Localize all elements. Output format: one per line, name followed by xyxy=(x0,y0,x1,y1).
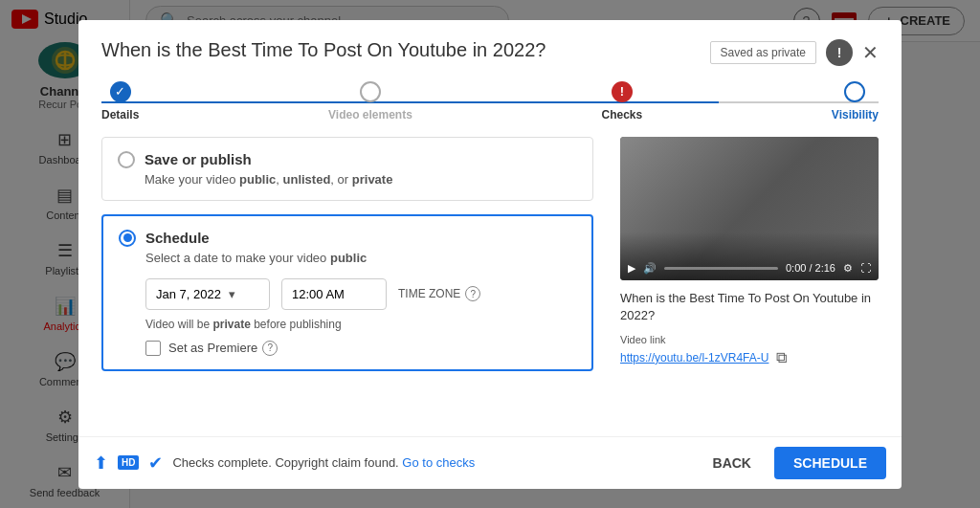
settings-icon[interactable]: ⚙ xyxy=(843,262,853,275)
date-select[interactable]: Jan 7, 2022 ▾ xyxy=(145,278,270,310)
modal-header-right: Saved as private ! ✕ xyxy=(710,39,879,66)
modal-overlay: When is the Best Time To Post On Youtube… xyxy=(0,0,980,508)
video-link-label: Video link xyxy=(620,334,879,345)
premiere-checkbox-row: Set as Premiere ? xyxy=(145,341,576,356)
video-link-row: https://youtu.be/l-1zVR4FA-U ⧉ xyxy=(620,349,879,366)
save-publish-card[interactable]: Save or publish Make your video public, … xyxy=(101,137,593,201)
stepper-step-checks[interactable]: ! Checks xyxy=(602,81,643,121)
footer-status: Checks complete. Copyright claim found. … xyxy=(172,455,475,470)
date-value: Jan 7, 2022 xyxy=(156,287,221,301)
timezone-text: TIME ZONE xyxy=(398,287,460,300)
modal: When is the Best Time To Post On Youtube… xyxy=(78,20,902,489)
premiere-label: Set as Premiere ? xyxy=(168,341,278,356)
timezone-help-icon[interactable]: ? xyxy=(465,286,480,301)
stepper-step-video-elements[interactable]: Video elements xyxy=(328,81,412,121)
stepper-step-details[interactable]: ✓ Details xyxy=(101,81,139,121)
schedule-header: Schedule xyxy=(119,230,576,247)
video-link-url[interactable]: https://youtu.be/l-1zVR4FA-U xyxy=(620,351,768,364)
stepper: ✓ Details Video elements ! Checks Visibi… xyxy=(78,66,902,137)
hd-badge: HD xyxy=(118,455,139,470)
stepper-dot-details: ✓ xyxy=(110,81,131,102)
saved-badge: Saved as private xyxy=(710,41,816,64)
schedule-row: Jan 7, 2022 ▾ 12:00 AM TIME ZONE ? xyxy=(145,278,576,310)
date-chevron-icon: ▾ xyxy=(229,287,235,301)
stepper-dot-visibility xyxy=(844,81,865,102)
modal-body: Save or publish Make your video public, … xyxy=(78,137,902,436)
modal-left-panel: Save or publish Make your video public, … xyxy=(101,137,601,436)
time-select[interactable]: 12:00 AM xyxy=(281,278,387,310)
video-controls: ▶ 🔊 0:00 / 2:16 ⚙ ⛶ xyxy=(620,256,879,280)
copy-link-button[interactable]: ⧉ xyxy=(776,349,787,366)
go-to-checks-link[interactable]: Go to checks xyxy=(402,455,475,470)
stepper-label-video-elements: Video elements xyxy=(328,108,412,121)
alert-button[interactable]: ! xyxy=(826,39,853,66)
schedule-title: Schedule xyxy=(145,230,210,246)
save-publish-radio[interactable] xyxy=(118,151,135,168)
modal-right-panel: ▶ 🔊 0:00 / 2:16 ⚙ ⛶ When is the Best Tim… xyxy=(620,137,879,436)
video-progress-bar xyxy=(664,267,778,270)
modal-title: When is the Best Time To Post On Youtube… xyxy=(101,39,546,61)
stepper-label-checks: Checks xyxy=(602,108,643,121)
timezone-label: TIME ZONE ? xyxy=(398,286,480,301)
premiere-help-icon[interactable]: ? xyxy=(262,341,278,356)
stepper-items: ✓ Details Video elements ! Checks Visibi… xyxy=(101,81,879,121)
check-icon: ✔ xyxy=(148,453,163,474)
private-note: Video will be private before publishing xyxy=(145,318,576,331)
stepper-dot-video-elements xyxy=(360,81,381,102)
video-duration: 0:00 / 2:16 xyxy=(786,262,835,274)
schedule-button[interactable]: SCHEDULE xyxy=(774,447,886,479)
footer-right: BACK SCHEDULE xyxy=(700,447,886,479)
video-title: When is the Best Time To Post On Youtube… xyxy=(620,290,879,324)
fullscreen-icon[interactable]: ⛶ xyxy=(860,262,871,274)
schedule-radio[interactable] xyxy=(119,230,136,247)
save-publish-title: Save or publish xyxy=(145,151,252,167)
stepper-label-details: Details xyxy=(101,108,139,121)
play-icon[interactable]: ▶ xyxy=(628,262,635,275)
premiere-checkbox[interactable] xyxy=(145,341,161,356)
upload-icon: ⬆ xyxy=(94,453,108,474)
video-preview: ▶ 🔊 0:00 / 2:16 ⚙ ⛶ xyxy=(620,137,879,280)
time-value: 12:00 AM xyxy=(292,287,345,301)
stepper-dot-checks: ! xyxy=(612,81,633,102)
modal-header: When is the Best Time To Post On Youtube… xyxy=(78,20,902,66)
modal-footer: ⬆ HD ✔ Checks complete. Copyright claim … xyxy=(78,436,902,489)
schedule-radio-inner xyxy=(123,233,132,242)
schedule-card[interactable]: Schedule Select a date to make your vide… xyxy=(101,214,593,371)
save-publish-header: Save or publish xyxy=(118,151,577,168)
volume-icon[interactable]: 🔊 xyxy=(643,262,657,275)
schedule-desc: Select a date to make your video public xyxy=(145,251,576,265)
back-button[interactable]: BACK xyxy=(700,448,765,478)
stepper-step-visibility[interactable]: Visibility xyxy=(832,81,879,121)
close-button[interactable]: ✕ xyxy=(862,43,879,62)
save-publish-desc: Make your video public, unlisted, or pri… xyxy=(145,172,577,187)
footer-left: ⬆ HD ✔ Checks complete. Copyright claim … xyxy=(94,453,475,474)
stepper-label-visibility: Visibility xyxy=(832,108,879,121)
